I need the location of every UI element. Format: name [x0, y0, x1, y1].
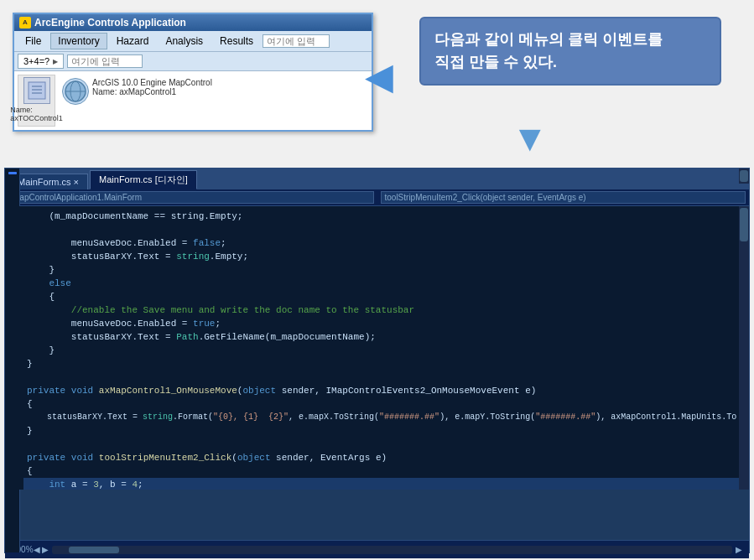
toc-icon [23, 77, 50, 104]
map-icon [62, 78, 89, 105]
code-editor: (m_mapDocumentName == string.Empty; menu… [5, 206, 749, 490]
nav-scrollthumb[interactable] [740, 170, 748, 182]
korean-tooltip: 다음과 같이 메뉴의 클릭 이벤트를직접 만들 수 있다. [419, 17, 721, 86]
code-line-2 [23, 223, 749, 236]
editor-hscroll[interactable] [52, 546, 732, 554]
map-control-area: ArcGIS 10.0 Engine MapControl Name: axMa… [59, 75, 216, 127]
nav-scroll[interactable] [739, 169, 749, 184]
app-titlebar: A ArcEngine Controls Application [14, 14, 372, 31]
code-line-8: //enable the Save menu and write the doc… [23, 303, 749, 317]
code-line-7: { [23, 290, 749, 303]
toc-control: Name: axTOCControl1 [10, 77, 62, 122]
editor-body: (m_mapDocumentName == string.Empty; menu… [5, 206, 749, 540]
zoom-controls[interactable]: ◀ ▶ [34, 545, 49, 554]
code-line-18 [23, 438, 749, 451]
code-line-5: } [23, 263, 749, 277]
app-menubar: File Inventory Hazard Analysis Results [14, 31, 372, 52]
app-title: ArcEngine Controls Application [34, 17, 186, 29]
code-navbar: MapControlApplication1.MainForm toolStri… [5, 189, 749, 206]
tab-designer[interactable]: MainForm.cs [디자인] [90, 170, 197, 189]
app-icon: A [19, 17, 31, 29]
sidebar-marker [8, 172, 17, 174]
editor-hscroll-thumb[interactable] [69, 547, 119, 553]
navbar-class[interactable]: MapControlApplication1.MainForm [8, 191, 374, 204]
menu-inventory[interactable]: Inventory [50, 33, 107, 49]
toolbar-input[interactable] [67, 54, 143, 68]
code-line-17: } [23, 424, 749, 438]
svg-rect-0 [29, 82, 45, 99]
menu-hazard[interactable]: Hazard [109, 33, 157, 49]
code-tabs: MainForm.cs × MainForm.cs [디자인] [5, 169, 749, 189]
map-title: ArcGIS 10.0 Engine MapControl [92, 78, 212, 87]
app-content: Name: axTOCControl1 ArcGIS 10.0 Engine M… [14, 71, 372, 130]
code-line-20: { [23, 464, 749, 478]
hscroll-right[interactable]: ▶ [736, 545, 742, 554]
code-line-11: } [23, 344, 749, 357]
code-line-6: else [23, 277, 749, 290]
code-line-16: statusBarXY.Text = string.Format("{0}, {… [23, 411, 749, 424]
code-line-13 [23, 371, 749, 384]
submenu-arrow: ▶ [53, 58, 58, 65]
code-line-3: menuSaveDoc.Enabled = false; [23, 236, 749, 250]
code-line-1: (m_mapDocumentName == string.Empty; [23, 210, 749, 223]
navbar-method[interactable]: toolStripMenuItem2_Click(object sender, … [381, 191, 746, 204]
code-footer: 100% ◀ ▶ ▶ [5, 540, 749, 558]
submenu-item[interactable]: 3+4=? ▶ [18, 54, 64, 69]
app-window: A ArcEngine Controls Application File In… [13, 13, 373, 132]
map-label: Name: axMapControl1 [92, 87, 212, 96]
down-arrow: ▼ [512, 117, 549, 159]
code-line-9: menuSaveDoc.Enabled = true; [23, 317, 749, 330]
tab-mainform[interactable]: MainForm.cs × [8, 174, 88, 189]
map-info: ArcGIS 10.0 Engine MapControl Name: axMa… [92, 78, 212, 96]
code-line-15: { [23, 397, 749, 411]
code-line-19: private void toolStripMenuItem2_Click(ob… [23, 451, 749, 464]
menu-input[interactable] [263, 34, 330, 48]
top-section: A ArcEngine Controls Application File In… [0, 0, 754, 163]
menu-results[interactable]: Results [212, 33, 261, 49]
toc-label: Name: axTOCControl1 [10, 106, 62, 122]
menu-analysis[interactable]: Analysis [158, 33, 211, 49]
editor-vscroll-thumb[interactable] [740, 208, 748, 241]
blue-arrow-left: ◀ [365, 54, 393, 97]
editor-vscroll[interactable] [739, 206, 749, 490]
code-line-21: int a = 3, b = 4; [23, 478, 749, 490]
app-toolbar: 3+4=? ▶ [14, 52, 372, 71]
code-line-4: statusBarXY.Text = string.Empty; [23, 250, 749, 263]
tooltip-text: 다음과 같이 메뉴의 클릭 이벤트를직접 만들 수 있다. [434, 31, 663, 70]
code-line-14: private void axMapControl1_OnMouseMove(o… [23, 384, 749, 397]
menu-file[interactable]: File [18, 33, 49, 49]
code-section: MainForm.cs × MainForm.cs [디자인] MapContr… [4, 168, 750, 553]
left-panel: Name: axTOCControl1 [18, 75, 55, 127]
submenu-label: 3+4=? [23, 56, 49, 66]
code-line-12: } [23, 357, 749, 371]
code-line-10: statusBarXY.Text = Path.GetFileName(m_ma… [23, 330, 749, 344]
